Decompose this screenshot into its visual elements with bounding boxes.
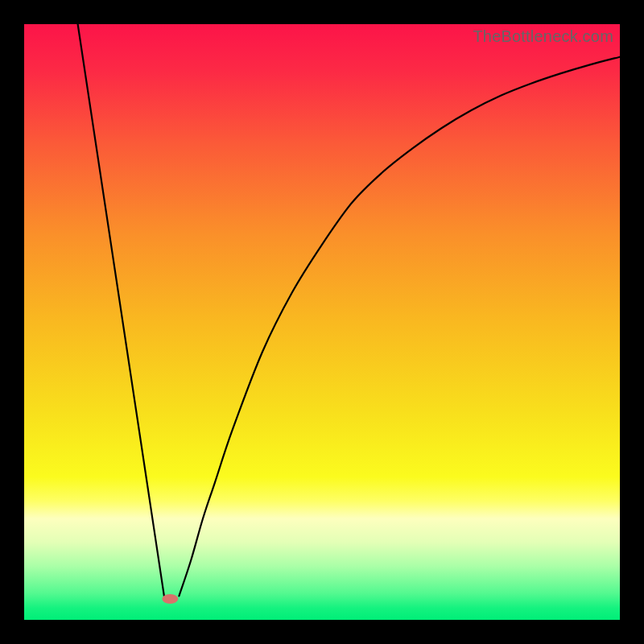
chart-svg [24, 24, 620, 620]
gradient-background [24, 24, 620, 620]
plot-area: TheBottleneck.com [24, 24, 620, 620]
watermark-text: TheBottleneck.com [473, 27, 613, 46]
chart-frame: TheBottleneck.com [0, 0, 644, 644]
minimum-marker [162, 594, 178, 604]
